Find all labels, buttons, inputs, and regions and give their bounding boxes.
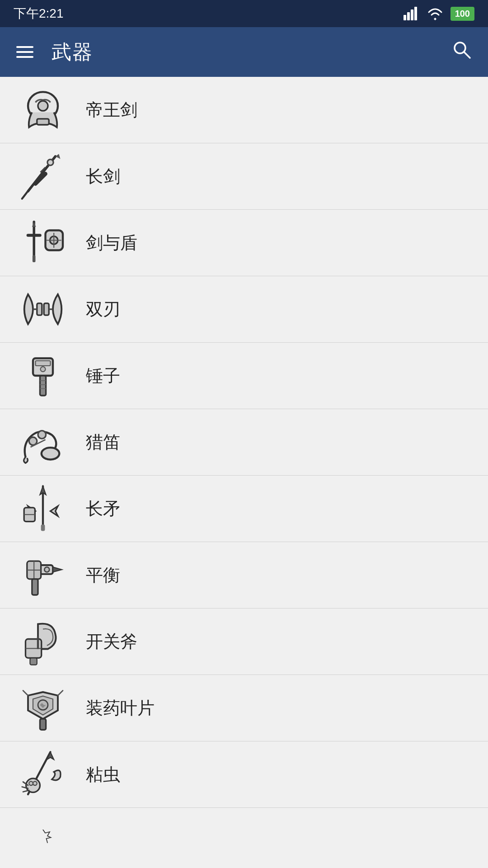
svg-point-55	[33, 781, 37, 785]
svg-point-30	[42, 448, 60, 459]
list-item[interactable]: 锤子	[0, 343, 488, 409]
svg-rect-14	[33, 255, 36, 262]
weapon-icon-insect-glaive	[14, 750, 72, 799]
svg-line-51	[58, 691, 63, 696]
status-bar: 下午2:21 100	[0, 0, 488, 27]
list-item[interactable]: 开关斧	[0, 609, 488, 675]
list-item[interactable]	[0, 808, 488, 868]
list-item[interactable]: 长矛	[0, 476, 488, 542]
weapon-icon-gunlance	[14, 550, 72, 600]
svg-rect-46	[30, 658, 37, 665]
list-item[interactable]: 剑与盾	[0, 210, 488, 276]
weapon-icon-charge-blade	[14, 683, 72, 733]
weapon-name: 锤子	[86, 364, 120, 387]
svg-rect-49	[40, 719, 46, 730]
list-item[interactable]: 帝王剑	[0, 77, 488, 143]
weapon-icon-partial	[14, 816, 72, 866]
weapon-name: 双刃	[86, 298, 120, 321]
svg-point-11	[47, 160, 53, 165]
list-item[interactable]: 猎笛	[0, 409, 488, 476]
app-header: 武器	[0, 27, 488, 77]
page-title: 武器	[52, 39, 434, 66]
svg-point-25	[41, 367, 46, 372]
weapon-name: 粘虫	[86, 763, 120, 786]
list-item[interactable]: 装药叶片	[0, 675, 488, 741]
weapon-icon-dual-blade	[14, 284, 72, 334]
status-icons: 100	[404, 7, 474, 21]
menu-button[interactable]	[16, 46, 33, 58]
svg-rect-20	[44, 303, 49, 315]
weapon-name: 猎笛	[86, 431, 120, 454]
weapon-icon-hunting-horn	[14, 417, 72, 467]
weapon-name: 装药叶片	[86, 697, 155, 720]
svg-point-43	[44, 567, 49, 572]
svg-rect-19	[37, 303, 42, 315]
wifi-icon	[427, 7, 443, 20]
weapon-name: 帝王剑	[86, 99, 137, 122]
svg-rect-0	[404, 15, 406, 20]
svg-rect-26	[40, 376, 46, 396]
weapon-icon-long-sword	[14, 151, 72, 201]
weapon-icon-emperor-sword	[14, 85, 72, 135]
svg-rect-2	[411, 9, 413, 20]
weapon-name: 平衡	[86, 564, 120, 587]
svg-line-5	[464, 52, 470, 58]
svg-line-58	[23, 790, 29, 792]
svg-rect-3	[414, 7, 417, 20]
svg-rect-42	[32, 579, 38, 595]
signal-icon	[404, 7, 420, 20]
weapon-icon-switch-axe	[14, 617, 72, 666]
weapon-name: 开关斧	[86, 630, 137, 653]
list-item[interactable]: 双刃	[0, 276, 488, 343]
weapon-icon-sword-shield	[14, 218, 72, 268]
battery-icon: 100	[450, 7, 474, 21]
list-item[interactable]: 长剑	[0, 143, 488, 210]
svg-line-50	[23, 691, 28, 696]
search-button[interactable]	[452, 40, 472, 64]
list-item[interactable]: 粘虫	[0, 741, 488, 808]
svg-rect-1	[407, 12, 410, 20]
list-item[interactable]: 平衡	[0, 542, 488, 609]
status-time: 下午2:21	[14, 5, 64, 22]
weapon-name: 剑与盾	[86, 231, 137, 255]
weapon-list: 帝王剑 长剑	[0, 77, 488, 868]
svg-point-32	[38, 431, 46, 439]
weapon-icon-hammer	[14, 351, 72, 401]
svg-rect-7	[37, 119, 49, 125]
svg-point-54	[29, 781, 33, 785]
weapon-name: 长矛	[86, 497, 120, 520]
svg-point-8	[38, 101, 48, 111]
svg-rect-37	[41, 524, 45, 531]
svg-rect-24	[36, 361, 51, 366]
weapon-name: 长剑	[86, 165, 120, 188]
weapon-icon-lance	[14, 484, 72, 533]
